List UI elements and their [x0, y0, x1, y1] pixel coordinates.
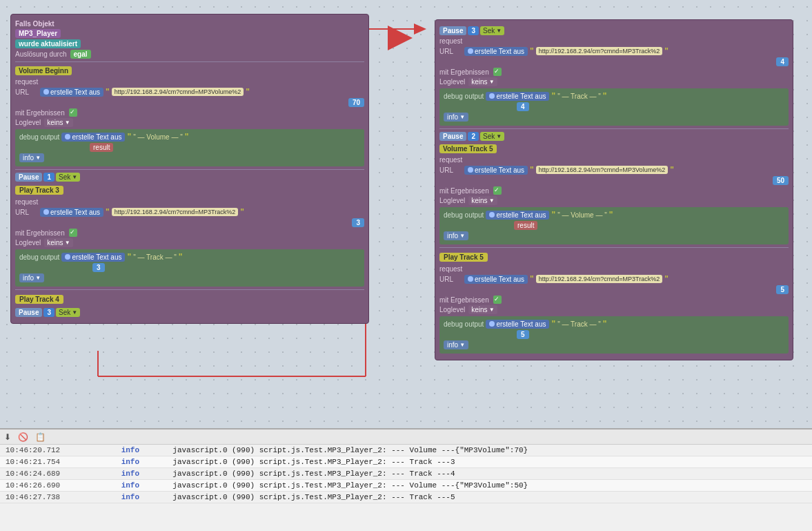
- log-body: 10:46:20.712 info javascript.0 (990) scr…: [0, 445, 812, 503]
- r-volume-track5-row: Volume Track 5: [439, 143, 789, 155]
- clear-log-button[interactable]: 🚫: [17, 432, 30, 442]
- r-result-badge-vol5[interactable]: result: [514, 221, 537, 230]
- r-loglevel-label-50: Loglevel: [439, 197, 465, 204]
- r-num-badge-50[interactable]: 50: [773, 176, 789, 185]
- quote-2: ": [246, 87, 250, 97]
- r-checkbox-4[interactable]: [493, 68, 502, 76]
- sek-r3-badge[interactable]: Sek: [480, 26, 504, 35]
- log-row: 10:46:26.690 info javascript.0 (990) scr…: [0, 480, 812, 492]
- url-value-1: http://192.168.2.94/cm?cmnd=MP3Volume%2: [112, 88, 244, 96]
- r-q12: ": [603, 319, 607, 329]
- create-text-label-vol: erstelle Text aus: [72, 133, 121, 141]
- log-area: ⬇ 🚫 📋 10:46:20.712 info javascript.0 (99…: [0, 428, 812, 531]
- keins-badge-1[interactable]: keins: [44, 118, 72, 127]
- r-track-ph-5: " — Track — ": [557, 320, 601, 328]
- loglevel-label-1: Loglevel: [15, 119, 41, 126]
- track-placeholder-3: " — Track — ": [133, 253, 177, 261]
- checkbox-1[interactable]: [69, 108, 77, 117]
- egal-badge[interactable]: egal: [70, 50, 91, 59]
- r-url-value-vol5: http://192.168.2.94/cm?cmnd=MP3Volume%2: [536, 166, 668, 174]
- download-log-button[interactable]: ⬇: [3, 432, 12, 442]
- loglevel-row-3: Loglevel keins: [15, 238, 364, 247]
- r-loglevel-5: Loglevel keins: [439, 305, 789, 314]
- log-time: 10:46:26.690: [0, 480, 116, 492]
- copy-log-button[interactable]: 📋: [34, 432, 47, 442]
- keins-badge-3[interactable]: keins: [44, 238, 72, 247]
- url-label-3: URL: [15, 209, 36, 216]
- r-create-label-5: erstelle Text aus: [475, 276, 524, 283]
- r-num-badge-4b[interactable]: 4: [517, 102, 529, 111]
- r-num-badge-4[interactable]: 4: [776, 57, 789, 66]
- log-message: javascript.0 (990) script.js.Test.MP3_Pl…: [167, 456, 812, 468]
- pause1-num[interactable]: 1: [43, 173, 55, 182]
- request-label-row: request: [15, 78, 364, 86]
- q7: ": [127, 252, 131, 262]
- r-url-row-4: URL erstelle Text aus " http://192.168.2…: [439, 46, 789, 56]
- r-create-text-t4[interactable]: erstelle Text aus: [486, 92, 549, 101]
- r-url-row-5: URL erstelle Text aus " http://192.168.2…: [439, 274, 789, 284]
- pause-r3-num[interactable]: 3: [468, 26, 479, 35]
- r-create-text-v5[interactable]: erstelle Text aus: [486, 211, 549, 220]
- play-track4-row: Play Track 4: [15, 293, 364, 306]
- log-level: info: [116, 468, 168, 480]
- mit-ergebnissen-row-1: mit Ergebnissen: [15, 108, 364, 117]
- r-debug-label-4: debug output: [444, 93, 484, 100]
- r-keins-badge-4[interactable]: keins: [468, 77, 497, 86]
- result-row-1: result: [19, 143, 360, 152]
- debug-block-1: debug output erstelle Text aus " " — Vol…: [15, 129, 364, 166]
- sek1-badge[interactable]: Sek: [56, 173, 80, 182]
- create-text-btn-t3[interactable]: erstelle Text aus: [61, 253, 125, 262]
- info-badge-1[interactable]: info: [19, 153, 44, 162]
- r-info-badge-4[interactable]: info: [444, 113, 468, 122]
- r-checkbox-50[interactable]: [493, 186, 502, 195]
- info-badge-2[interactable]: info: [19, 273, 44, 282]
- checkbox-3[interactable]: [69, 229, 77, 237]
- falls-label: Falls Objekt: [15, 20, 55, 28]
- play-track3-row: Play Track 3: [15, 184, 364, 197]
- pause-r2-row: Pause 2 Sek: [439, 132, 789, 141]
- num-badge-3b[interactable]: 3: [92, 263, 105, 272]
- r-vol-ph-5: " — Volume — ": [557, 211, 607, 219]
- wurde-aktualisiert-badge[interactable]: wurde aktualisiert: [15, 39, 81, 48]
- num-badge-70[interactable]: 70: [348, 98, 364, 107]
- req3-label: request: [15, 198, 38, 206]
- pause1-row: Pause 1 Sek: [15, 173, 364, 182]
- r-info-badge-5[interactable]: info: [444, 340, 468, 349]
- r-create-text-5[interactable]: erstelle Text aus: [464, 275, 528, 284]
- r-request2-label: request: [439, 156, 789, 164]
- r-debug-label-vol5: debug output: [444, 211, 484, 219]
- create-text-btn-vol[interactable]: erstelle Text aus: [61, 133, 125, 142]
- r-num-badge-5[interactable]: 5: [776, 285, 789, 294]
- r-q1: ": [530, 46, 534, 56]
- result-badge-1[interactable]: result: [90, 143, 113, 152]
- sek3-badge[interactable]: Sek: [56, 308, 80, 317]
- num-row-3b: 3: [19, 263, 360, 272]
- r-create-text-vol5[interactable]: erstelle Text aus: [464, 166, 528, 175]
- pause3-num[interactable]: 3: [43, 308, 55, 317]
- r-num-50: 50: [439, 176, 789, 185]
- r-debug-label-5: debug output: [444, 320, 484, 328]
- r-sep2: [439, 247, 789, 248]
- r-checkbox-5[interactable]: [493, 296, 502, 304]
- mp3-player-badge[interactable]: MP3_Player: [15, 29, 61, 38]
- r-create-text-4[interactable]: erstelle Text aus: [464, 47, 528, 56]
- r-url-label-5: URL: [439, 276, 460, 283]
- url-label-1: URL: [15, 88, 36, 96]
- r-mit-ergebnissen-50: mit Ergebnissen: [439, 186, 789, 195]
- pause-r2-num[interactable]: 2: [468, 132, 479, 141]
- wurde-aktualisiert-row: wurde aktualisiert: [15, 39, 364, 48]
- create-text-btn-1[interactable]: erstelle Text aus: [40, 88, 103, 97]
- r-keins-badge-5[interactable]: keins: [468, 305, 497, 314]
- r-q3: ": [551, 91, 555, 101]
- r-gear-4: [468, 48, 473, 54]
- r-keins-badge-50[interactable]: keins: [468, 196, 497, 205]
- r-num-badge-5b[interactable]: 5: [517, 330, 529, 339]
- log-level: info: [116, 445, 168, 456]
- num-badge-3[interactable]: 3: [352, 218, 364, 227]
- sek-r2-badge[interactable]: Sek: [480, 132, 504, 141]
- r-info-badge-vol5[interactable]: info: [444, 231, 468, 240]
- r-create-text-t5[interactable]: erstelle Text aus: [486, 320, 549, 329]
- arrow-right: [388, 26, 413, 50]
- r-mit-label-5: mit Ergebnissen: [439, 296, 489, 304]
- create-text-btn-3[interactable]: erstelle Text aus: [40, 208, 103, 217]
